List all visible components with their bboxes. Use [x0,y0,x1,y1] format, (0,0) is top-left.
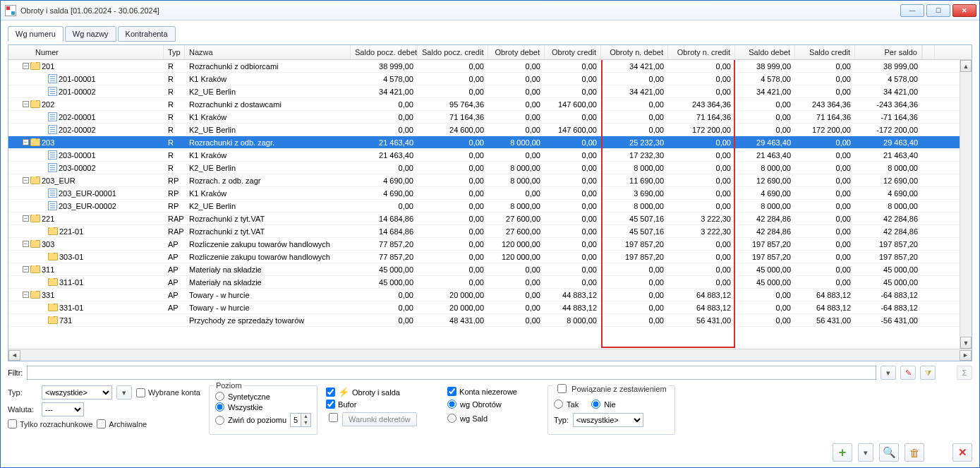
footer-close-button[interactable]: ✕ [952,443,972,462]
expand-toggle[interactable]: − [23,63,29,69]
delete-button[interactable]: 🗑 [905,443,924,462]
scroll-left-icon[interactable]: ◄ [8,350,20,361]
table-row[interactable]: 203-00002RK2_UE Berlin0,000,008 000,000,… [8,162,972,174]
col-numer[interactable]: Numer [8,45,164,59]
table-row[interactable]: 203_EUR-00001RPK1 Kraków4 690,000,000,00… [8,187,972,200]
minimize-button[interactable]: — [900,4,924,17]
col-od[interactable]: Obroty debet [488,45,545,59]
col-nazwa[interactable]: Nazwa [185,45,351,59]
table-row[interactable]: − 203RRozrachunki z odb. zagr.21 463,400… [8,136,972,149]
radio-zwin[interactable]: Zwiń do poziomu 5▲▼ [215,413,311,427]
col-ond[interactable]: Obroty n. debet [601,45,668,59]
bufor-checkbox[interactable]: Bufor [326,400,439,409]
col-onc[interactable]: Obroty n. credit [668,45,735,59]
add-button[interactable]: + [833,443,852,462]
obroty-salda-checkbox[interactable]: ⚡Obroty i salda [326,387,439,397]
cell-value: 172 200,00 [795,126,855,134]
expand-toggle[interactable]: − [23,139,29,145]
sum-button[interactable]: Σ [957,366,972,380]
radio-tak[interactable]: Tak [554,400,579,409]
radio-nie[interactable]: Nie [591,400,616,409]
cell-value: 42 284,86 [855,215,922,223]
typ-dropdown-button[interactable]: ▾ [116,385,132,400]
table-row[interactable]: − 201RRozrachunki z odbiorcami38 999,000… [8,60,972,73]
table-row[interactable]: 202-00001RK1 Kraków0,0071 164,360,000,00… [8,111,972,124]
waluta-select[interactable]: --- [42,402,84,416]
grid-body[interactable]: − 201RRozrachunki z odbiorcami38 999,000… [8,60,972,349]
scroll-down-icon[interactable]: ▼ [960,337,972,349]
table-row[interactable]: 331-01APTowary - w hurcie0,0020 000,000,… [8,301,972,314]
table-row[interactable]: 201-00001RK1 Kraków4 578,000,000,000,000… [8,73,972,85]
table-row[interactable]: − 202RRozrachunki z dostawcami0,0095 764… [8,98,972,111]
expand-toggle[interactable]: − [23,177,29,184]
konta-niezerowe-checkbox[interactable]: Konta niezerowe [447,387,539,396]
cell-value: 197 857,20 [601,240,668,248]
cell-value: 45 000,00 [735,265,795,274]
account-icon [48,112,57,121]
col-typ[interactable]: Typ [164,45,185,59]
search-button[interactable]: 🔍 [879,443,899,462]
tab-kontrahenta[interactable]: Kontrahenta [118,26,176,42]
close-button[interactable]: ✕ [952,4,976,17]
grid-header[interactable]: Numer Typ Nazwa Saldo pocz. debet Saldo … [8,45,972,60]
maximize-button[interactable]: ☐ [926,4,950,17]
col-sc[interactable]: Saldo credit [795,45,855,59]
cell-value: 0,00 [351,113,418,121]
cell-value: 45 507,16 [601,215,668,223]
pz-typ-select[interactable]: <wszystkie> [573,413,643,427]
poziom-legend: Poziom [214,381,244,390]
expand-toggle[interactable]: − [23,241,29,247]
titlebar[interactable]: Obroty i salda [01.06.2024 - 30.06.2024]… [1,1,979,20]
radio-syntetyczne[interactable]: Syntetyczne [215,392,311,401]
rozrachunkowe-checkbox[interactable]: Tylko rozrachunkowe [8,419,92,428]
scroll-right-icon[interactable]: ► [960,350,972,361]
radio-wg-sald[interactable]: wg Sald [447,414,539,423]
table-row[interactable]: 221-01RAPRozrachunki z tyt.VAT14 684,860… [8,225,972,238]
wybrane-konta-checkbox[interactable]: Wybrane konta [136,388,200,397]
scroll-up-icon[interactable]: ▲ [960,60,972,72]
expand-toggle[interactable]: − [23,266,29,272]
table-row[interactable]: 311-01APMateriały na składzie45 000,000,… [8,276,972,289]
col-ps[interactable]: Per saldo [855,45,922,59]
table-row[interactable]: 201-00002RK2_UE Berlin34 421,000,000,000… [8,85,972,98]
table-row[interactable]: 731Przychody ze sprzedaży towarów0,0048 … [8,314,972,327]
filter-input[interactable] [27,366,876,380]
table-row[interactable]: − 303APRozliczenie zakupu towarów handlo… [8,238,972,251]
horizontal-scrollbar[interactable]: ◄ ► [8,349,972,361]
table-row[interactable]: − 203_EURRPRozrach. z odb. zagr4 690,000… [8,174,972,187]
archiwalne-checkbox[interactable]: Archiwalne [97,419,147,428]
cell-value: 0,00 [668,88,735,96]
tab-wg-nazwy[interactable]: Wg nazwy [65,26,116,42]
col-sd[interactable]: Saldo debet [735,45,795,59]
filter-edit-button[interactable]: ✎ [900,366,916,380]
filter-dropdown-button[interactable]: ▾ [881,366,896,380]
warunki-dekretow-button[interactable]: Warunki dekretów [342,412,417,426]
tab-wg-numeru[interactable]: Wg numeru [8,26,63,42]
warunki-checkbox[interactable] [329,413,338,422]
typ-select[interactable]: <wszystkie> [42,385,112,400]
col-oc[interactable]: Obroty credit [545,45,601,59]
table-row[interactable]: 203-00001RK1 Kraków21 463,400,000,000,00… [8,149,972,162]
account-icon [48,163,57,172]
expand-toggle[interactable]: − [23,292,29,298]
table-row[interactable]: 303-01APRozliczenie zakupu towarów handl… [8,251,972,263]
radio-wszystkie[interactable]: Wszystkie [215,402,311,412]
table-row[interactable]: − 331APTowary - w hurcie0,0020 000,000,0… [8,289,972,301]
table-row[interactable]: − 221RAPRozrachunki z tyt.VAT14 684,860,… [8,212,972,225]
col-spd[interactable]: Saldo pocz. debet [351,45,418,59]
add-dropdown-button[interactable]: ▾ [858,443,873,462]
expand-toggle[interactable]: − [23,101,29,107]
cell-typ: RP [164,189,185,198]
account-number: 221-01 [59,227,83,236]
col-spc[interactable]: Saldo pocz. credit [418,45,488,59]
table-row[interactable]: 203_EUR-00002RPK2_UE Berlin0,000,008 000… [8,200,972,212]
vertical-scrollbar[interactable]: ▲ ▼ [960,60,972,349]
table-row[interactable]: − 311APMateriały na składzie45 000,000,0… [8,263,972,276]
radio-wg-obrotow[interactable]: wg Obrotów [447,400,539,409]
filter-clear-button[interactable]: ⧩ [920,366,936,380]
expand-toggle[interactable]: − [23,215,29,222]
zwin-spinner[interactable]: 5▲▼ [290,413,311,427]
powiazanie-checkbox[interactable] [557,384,567,393]
table-row[interactable]: 202-00002RK2_UE Berlin0,0024 600,000,001… [8,124,972,136]
cell-value: 0,00 [488,151,545,160]
